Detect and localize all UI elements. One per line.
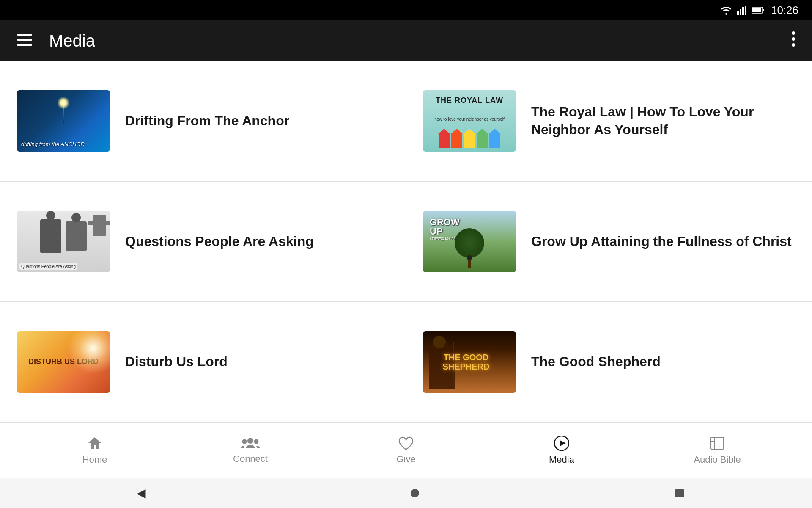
nav-item-audio-bible[interactable]: + Audio Bible xyxy=(639,436,795,465)
home-icon xyxy=(87,436,102,451)
svg-rect-9 xyxy=(17,44,32,46)
svg-rect-3 xyxy=(745,6,746,15)
nav-item-home[interactable]: Home xyxy=(17,436,173,465)
app-bar: Media xyxy=(0,20,812,61)
signal-icon xyxy=(737,6,746,15)
nav-label-home: Home xyxy=(82,454,107,465)
svg-point-10 xyxy=(792,31,795,35)
svg-marker-17 xyxy=(560,440,566,446)
media-item-grow-up[interactable]: GROWUP attaining the fullness of Christ … xyxy=(406,182,812,302)
media-item-good-shepherd[interactable]: THE GOOD SHEPHERD The Good Shepherd xyxy=(406,302,812,422)
media-title-drifting-anchor: Drifting From The Anchor xyxy=(125,112,389,130)
shepherd-head xyxy=(433,336,446,348)
media-title-good-shepherd: The Good Shepherd xyxy=(531,353,795,371)
thumbnail-drifting-anchor: drifting from the ANCHOR xyxy=(17,90,110,152)
thumb-royal-title: THE ROYAL LAW xyxy=(436,96,503,105)
more-options-icon[interactable] xyxy=(792,31,795,50)
svg-rect-6 xyxy=(752,8,761,12)
svg-point-15 xyxy=(254,439,259,444)
media-item-royal-law[interactable]: THE ROYAL LAW how to love your neighbor … xyxy=(406,61,812,182)
wifi-icon xyxy=(720,6,732,15)
android-back-button[interactable]: ◀ xyxy=(128,482,154,504)
thumb-anchor-label: drifting from the ANCHOR xyxy=(21,141,85,148)
nav-item-connect[interactable]: Connect xyxy=(173,436,328,464)
media-item-questions[interactable]: Questions People Are Asking Questions Pe… xyxy=(0,182,406,302)
svg-rect-2 xyxy=(742,7,744,15)
audio-bible-icon: + xyxy=(710,436,725,451)
media-list: drifting from the ANCHOR Drifting From T… xyxy=(0,61,812,422)
svg-point-14 xyxy=(242,439,247,444)
android-nav: ◀ xyxy=(0,478,812,508)
svg-rect-5 xyxy=(763,9,764,11)
svg-point-11 xyxy=(792,37,795,41)
people-silhouettes xyxy=(17,211,110,262)
thumb-royal-subtitle: how to love your neighbor as yourself xyxy=(434,117,505,121)
connect-icon xyxy=(241,436,260,450)
media-title-grow-up: Grow Up Attaining the Fullness of Christ xyxy=(531,233,795,251)
media-item-disturb[interactable]: DISTURB US LORD Disturb Us Lord xyxy=(0,302,406,422)
thumbnail-grow-up: GROWUP attaining the fullness of Christ xyxy=(423,211,516,272)
media-title-disturb: Disturb Us Lord xyxy=(125,353,389,371)
media-title-questions: Questions People Are Asking xyxy=(125,233,389,251)
thumb-disturb-label: DISTURB US LORD xyxy=(28,358,99,366)
nav-item-give[interactable]: Give xyxy=(328,436,484,465)
status-bar: 10:26 xyxy=(0,0,812,20)
thumb-shepherd-label: THE GOOD SHEPHERD xyxy=(423,353,509,371)
status-icons xyxy=(720,6,764,15)
svg-rect-7 xyxy=(17,34,32,36)
thumbnail-royal-law: THE ROYAL LAW how to love your neighbor … xyxy=(423,90,516,152)
thumbnail-good-shepherd: THE GOOD SHEPHERD xyxy=(423,331,516,393)
thumb-royal-houses xyxy=(439,133,500,148)
menu-icon[interactable] xyxy=(17,33,32,48)
svg-rect-19 xyxy=(714,437,715,449)
svg-point-13 xyxy=(247,438,253,444)
grow-tree xyxy=(453,230,486,268)
battery-icon xyxy=(752,6,764,14)
status-time: 10:26 xyxy=(771,4,798,17)
nav-label-audio-bible: Audio Bible xyxy=(694,454,741,465)
nav-label-media: Media xyxy=(549,454,574,465)
svg-text:+: + xyxy=(718,438,720,443)
person-1 xyxy=(40,219,61,253)
person-2 xyxy=(66,221,87,251)
media-play-icon xyxy=(554,436,569,451)
nav-label-give: Give xyxy=(396,454,415,465)
app-title: Media xyxy=(49,31,95,50)
nav-label-connect: Connect xyxy=(233,453,268,464)
svg-rect-1 xyxy=(740,9,741,15)
thumbnail-questions: Questions People Are Asking xyxy=(17,211,110,272)
media-item-drifting-anchor[interactable]: drifting from the ANCHOR Drifting From T… xyxy=(0,61,406,182)
android-recents-button[interactable] xyxy=(675,489,684,497)
svg-rect-8 xyxy=(17,39,32,41)
nav-item-media[interactable]: Media xyxy=(484,436,639,465)
give-icon xyxy=(398,436,414,450)
grow-dot xyxy=(467,255,472,260)
thumb-questions-label: Questions People Are Asking xyxy=(19,263,77,270)
svg-point-12 xyxy=(792,43,795,47)
media-title-royal-law: The Royal Law | How To Love Your Neighbo… xyxy=(531,103,795,138)
svg-rect-0 xyxy=(737,11,739,15)
android-home-button[interactable] xyxy=(411,489,419,497)
thumbnail-disturb: DISTURB US LORD xyxy=(17,331,110,393)
bottom-nav: Home Connect Give Media xyxy=(0,422,812,478)
content-area: drifting from the ANCHOR Drifting From T… xyxy=(0,61,812,422)
tree-top xyxy=(455,228,484,258)
